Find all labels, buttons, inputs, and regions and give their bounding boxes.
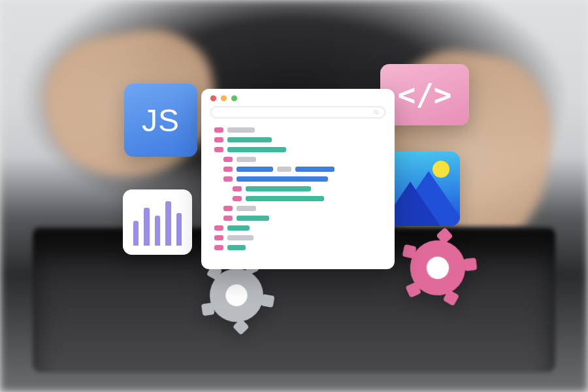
code-token: [227, 147, 286, 152]
code-token: [227, 225, 250, 231]
svg-line-25: [377, 113, 378, 114]
chart-bar: [155, 216, 160, 246]
code-token: [237, 216, 269, 221]
code-token: [233, 186, 242, 191]
code-line: [223, 157, 382, 162]
svg-rect-21: [402, 244, 417, 259]
code-token: [295, 167, 335, 172]
code-token: [214, 137, 223, 142]
close-dot: [210, 95, 216, 101]
code-line: [233, 186, 382, 191]
bar-chart-tile: [123, 189, 192, 255]
svg-rect-18: [464, 258, 477, 271]
svg-point-24: [374, 110, 378, 114]
picture-tile: [385, 152, 460, 226]
code-token: [223, 167, 233, 172]
javascript-label: JS: [142, 103, 180, 139]
code-line: [214, 147, 382, 152]
code-line: [214, 235, 382, 240]
address-bar: [210, 106, 385, 118]
code-line: [223, 176, 382, 182]
code-token: [214, 235, 223, 240]
code-token: [223, 206, 233, 211]
chart-bar: [165, 201, 171, 246]
code-token: [277, 167, 291, 172]
zoom-dot: [231, 95, 237, 101]
javascript-tile: JS: [124, 84, 197, 157]
code-token: [237, 167, 273, 172]
code-line: [214, 225, 382, 231]
code-line: [214, 127, 382, 133]
code-token: [237, 206, 256, 211]
code-line: [223, 216, 382, 221]
code-line: [214, 137, 382, 142]
code-token: [227, 137, 272, 142]
code-token: [214, 147, 223, 152]
code-token: [223, 157, 233, 162]
chart-bar: [176, 213, 182, 246]
code-token: [227, 127, 255, 133]
code-token: [223, 176, 233, 182]
code-token: [237, 157, 256, 162]
search-icon: [373, 109, 380, 116]
gear-icon: [390, 220, 485, 315]
svg-rect-8: [201, 302, 214, 316]
code-token: [214, 127, 223, 133]
window-controls: [210, 95, 385, 101]
code-token: [214, 245, 223, 250]
chart-bar: [144, 208, 149, 246]
code-editor-window: [201, 89, 395, 269]
minimize-dot: [221, 95, 227, 101]
code-line: [214, 245, 382, 250]
code-token: [227, 245, 246, 250]
code-token: [237, 176, 328, 182]
code-token: [223, 216, 233, 221]
svg-rect-6: [261, 294, 275, 308]
code-line: [223, 206, 382, 211]
code-content: [210, 126, 385, 256]
code-token: [246, 186, 311, 191]
code-label: </>: [397, 77, 451, 112]
code-line: [233, 196, 382, 201]
code-line: [223, 167, 382, 172]
code-token: [233, 196, 242, 201]
code-token: [227, 235, 253, 240]
chart-bar: [133, 221, 139, 246]
code-token: [214, 225, 223, 231]
code-token: [246, 196, 324, 201]
